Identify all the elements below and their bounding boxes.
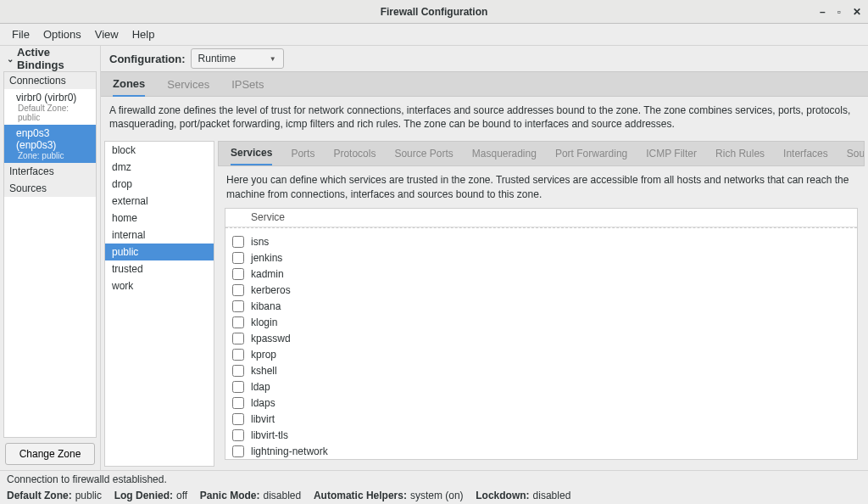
detail-tabs: ServicesPortsProtocolsSource PortsMasque… bbox=[218, 141, 865, 166]
service-row[interactable]: jenkins bbox=[225, 250, 857, 266]
service-row[interactable]: lightning-network bbox=[225, 444, 857, 459]
sidebar: ⌄ Active Bindings Connections virbr0 (vi… bbox=[0, 46, 101, 470]
service-row[interactable]: kibana bbox=[225, 299, 857, 315]
service-name: jenkins bbox=[248, 252, 282, 264]
service-checkbox[interactable] bbox=[232, 284, 244, 296]
service-checkbox[interactable] bbox=[232, 252, 244, 264]
service-row[interactable]: libvirt bbox=[225, 412, 857, 428]
service-checkbox[interactable] bbox=[232, 365, 244, 377]
config-label: Configuration: bbox=[109, 53, 186, 65]
service-checkbox[interactable] bbox=[232, 300, 244, 312]
detail-tab-masquerading[interactable]: Masquerading bbox=[472, 143, 537, 165]
connection-row[interactable]: enp0s3 (enp0s3) Zone: public bbox=[4, 125, 96, 163]
zone-item-block[interactable]: block bbox=[105, 142, 214, 159]
sidebar-section-interfaces: Interfaces bbox=[4, 163, 96, 180]
service-name: kpasswd bbox=[248, 333, 291, 344]
service-row[interactable]: libvirt-tls bbox=[225, 428, 857, 444]
service-checkbox[interactable] bbox=[232, 268, 244, 280]
zone-item-drop[interactable]: drop bbox=[105, 176, 214, 193]
service-checkbox[interactable] bbox=[232, 236, 244, 248]
change-zone-button[interactable]: Change Zone bbox=[5, 443, 95, 465]
connection-row[interactable]: virbr0 (virbr0) Default Zone: public bbox=[4, 89, 96, 125]
service-name: libvirt bbox=[248, 413, 275, 425]
sidebar-section-connections: Connections bbox=[4, 72, 96, 89]
service-row[interactable]: kpasswd bbox=[225, 331, 857, 347]
service-row[interactable]: kadmin bbox=[225, 266, 857, 283]
detail-tab-protocols[interactable]: Protocols bbox=[333, 143, 376, 165]
service-name: klogin bbox=[248, 316, 277, 328]
zone-description: A firewalld zone defines the level of tr… bbox=[101, 97, 868, 137]
service-name: ldap bbox=[248, 381, 270, 393]
service-table: Service isnsjenkinskadminkerberoskibanak… bbox=[225, 208, 858, 460]
service-header-label: Service bbox=[248, 211, 285, 223]
zone-item-home[interactable]: home bbox=[105, 210, 214, 227]
menu-options[interactable]: Options bbox=[36, 25, 88, 44]
service-row[interactable]: isns bbox=[225, 234, 857, 250]
menu-view[interactable]: View bbox=[88, 25, 125, 44]
minimize-icon[interactable]: – bbox=[820, 6, 826, 18]
service-name: isns bbox=[248, 236, 269, 248]
service-name: lightning-network bbox=[248, 445, 328, 457]
detail-tab-ports[interactable]: Ports bbox=[291, 143, 314, 165]
status-connection: Connection to firewalld established. bbox=[0, 470, 868, 487]
service-row[interactable]: klogin bbox=[225, 315, 857, 331]
service-checkbox[interactable] bbox=[232, 316, 244, 328]
config-select[interactable]: Runtime ▼ bbox=[191, 48, 284, 69]
service-name: kshell bbox=[248, 365, 277, 377]
service-name: kibana bbox=[248, 300, 281, 312]
zone-list[interactable]: blockdmzdropexternalhomeinternalpublictr… bbox=[104, 141, 214, 467]
tab-ipsets[interactable]: IPSets bbox=[231, 73, 264, 96]
zone-item-internal[interactable]: internal bbox=[105, 227, 214, 244]
services-description: Here you can define which services are t… bbox=[218, 166, 865, 207]
service-name: kprop bbox=[248, 349, 276, 361]
zone-item-trusted[interactable]: trusted bbox=[105, 260, 214, 277]
service-checkbox[interactable] bbox=[232, 413, 244, 425]
sidebar-section-sources: Sources bbox=[4, 180, 96, 197]
service-name: ldaps bbox=[248, 397, 275, 409]
detail-tab-services[interactable]: Services bbox=[231, 142, 272, 166]
top-tabs: Zones Services IPSets bbox=[101, 71, 868, 97]
menu-help[interactable]: Help bbox=[125, 25, 162, 44]
service-name: kadmin bbox=[248, 268, 284, 280]
detail-tab-interfaces[interactable]: Interfaces bbox=[783, 143, 828, 165]
maximize-icon[interactable]: ▫ bbox=[837, 6, 841, 18]
detail-tab-port-forwarding[interactable]: Port Forwarding bbox=[555, 143, 627, 165]
service-row[interactable]: ldap bbox=[225, 379, 857, 395]
service-row[interactable]: kerberos bbox=[225, 283, 857, 299]
detail-tab-icmp-filter[interactable]: ICMP Filter bbox=[646, 143, 697, 165]
status-bar: Default Zone:public Log Denied:off Panic… bbox=[0, 487, 868, 504]
detail-tab-sources[interactable]: Sources bbox=[847, 143, 865, 165]
service-row[interactable]: ldaps bbox=[225, 395, 857, 412]
window-title: Firewall Configuration bbox=[381, 6, 488, 18]
sidebar-header[interactable]: ⌄ Active Bindings bbox=[0, 46, 100, 71]
zone-item-dmz[interactable]: dmz bbox=[105, 159, 214, 176]
menubar: File Options View Help bbox=[0, 24, 868, 46]
dropdown-icon: ▼ bbox=[270, 55, 276, 63]
service-row[interactable]: kshell bbox=[225, 363, 857, 379]
service-checkbox[interactable] bbox=[232, 445, 244, 457]
detail-tab-rich-rules[interactable]: Rich Rules bbox=[715, 143, 765, 165]
service-row[interactable]: kprop bbox=[225, 347, 857, 363]
tab-services[interactable]: Services bbox=[167, 73, 209, 96]
zone-item-external[interactable]: external bbox=[105, 193, 214, 210]
titlebar: Firewall Configuration – ▫ ✕ bbox=[0, 0, 868, 24]
service-checkbox[interactable] bbox=[232, 381, 244, 393]
zone-item-public[interactable]: public bbox=[105, 244, 214, 260]
service-checkbox[interactable] bbox=[232, 349, 244, 361]
service-name: kerberos bbox=[248, 284, 291, 296]
zone-item-work[interactable]: work bbox=[105, 277, 214, 294]
tab-zones[interactable]: Zones bbox=[113, 72, 145, 98]
close-icon[interactable]: ✕ bbox=[853, 6, 861, 18]
service-checkbox[interactable] bbox=[232, 429, 244, 441]
config-bar: Configuration: Runtime ▼ bbox=[101, 46, 868, 71]
service-checkbox[interactable] bbox=[232, 397, 244, 409]
menu-file[interactable]: File bbox=[5, 25, 36, 44]
service-name: libvirt-tls bbox=[248, 429, 288, 441]
partial-row-top bbox=[225, 227, 857, 234]
chevron-down-icon: ⌄ bbox=[7, 54, 14, 64]
service-checkbox[interactable] bbox=[232, 333, 244, 344]
detail-tab-source-ports[interactable]: Source Ports bbox=[394, 143, 453, 165]
